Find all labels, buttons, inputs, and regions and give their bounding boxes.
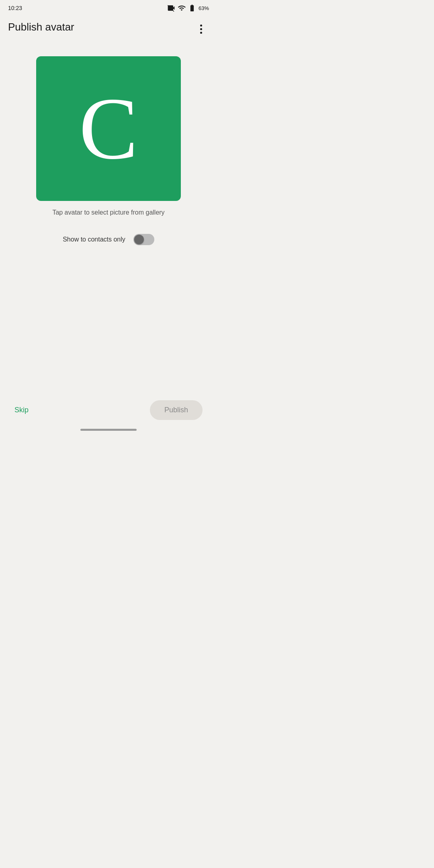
- contacts-only-toggle[interactable]: [133, 234, 154, 245]
- wifi-icon: [178, 4, 186, 12]
- avatar[interactable]: C: [36, 56, 181, 201]
- main-content: C Tap avatar to select picture from gall…: [0, 47, 217, 245]
- bottom-bar: Skip Publish: [0, 394, 217, 434]
- contacts-only-label: Show to contacts only: [63, 236, 125, 243]
- no-camera-icon: [167, 4, 175, 12]
- page-title: Publish avatar: [8, 21, 74, 33]
- app-bar: Publish avatar: [0, 14, 217, 47]
- publish-button[interactable]: Publish: [150, 400, 203, 420]
- battery-pct: 63%: [199, 5, 209, 11]
- overflow-menu-button[interactable]: [193, 21, 209, 37]
- overflow-dots-icon: [200, 25, 202, 34]
- status-bar: 10:23 63%: [0, 0, 217, 14]
- avatar-letter: C: [79, 84, 138, 173]
- toggle-knob: [134, 235, 144, 244]
- home-indicator: [80, 429, 137, 431]
- status-icons: 63%: [167, 4, 209, 12]
- contacts-only-row: Show to contacts only: [8, 234, 209, 245]
- avatar-hint-text: Tap avatar to select picture from galler…: [52, 209, 164, 216]
- battery-icon: [188, 4, 196, 12]
- status-time: 10:23: [8, 5, 22, 11]
- skip-button[interactable]: Skip: [14, 401, 29, 419]
